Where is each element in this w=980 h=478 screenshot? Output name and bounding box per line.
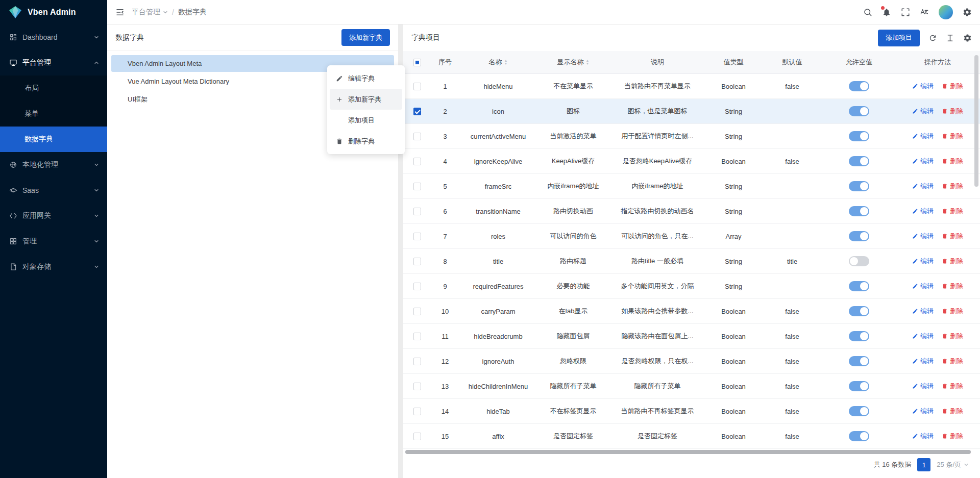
column-settings-gear-icon[interactable] [963, 34, 972, 42]
context-menu-item[interactable]: 删除字典 [330, 131, 402, 152]
edit-button[interactable]: 编辑 [912, 307, 934, 316]
edit-button[interactable]: 编辑 [912, 182, 934, 191]
column-header-display-name[interactable]: 显示名称 ▲▼ [537, 58, 609, 67]
row-checkbox[interactable] [413, 108, 421, 115]
delete-button[interactable]: 删除 [942, 282, 963, 291]
row-checkbox[interactable] [413, 383, 421, 390]
row-checkbox[interactable] [413, 308, 421, 315]
select-all-checkbox[interactable] [413, 59, 421, 66]
allow-null-toggle[interactable] [849, 431, 869, 441]
row-checkbox[interactable] [413, 408, 421, 415]
edit-button[interactable]: 编辑 [912, 332, 934, 341]
allow-null-toggle[interactable] [849, 331, 869, 341]
theme-settings-gear-icon[interactable] [963, 8, 972, 17]
sidebar-item-saas[interactable]: Saas [0, 178, 107, 203]
delete-button[interactable]: 删除 [942, 257, 963, 266]
language-translate-icon[interactable] [920, 8, 929, 17]
search-icon[interactable] [863, 8, 872, 17]
delete-button[interactable]: 删除 [942, 357, 963, 366]
row-checkbox[interactable] [413, 183, 421, 190]
row-checkbox[interactable] [413, 208, 421, 215]
sidebar-subitem[interactable]: 布局 [0, 76, 107, 101]
edit-button[interactable]: 编辑 [912, 382, 934, 391]
add-item-button[interactable]: 添加项目 [878, 30, 920, 46]
delete-button[interactable]: 删除 [942, 132, 963, 141]
page-size-select[interactable]: 25 条/页 [937, 460, 969, 469]
sidebar-subitem[interactable]: 数据字典 [0, 127, 107, 152]
delete-button[interactable]: 删除 [942, 207, 963, 216]
sidebar-subitem[interactable]: 菜单 [0, 101, 107, 127]
app-logo[interactable]: Vben Admin [0, 0, 107, 24]
allow-null-toggle[interactable] [849, 356, 869, 366]
row-checkbox[interactable] [413, 433, 421, 440]
row-checkbox[interactable] [413, 283, 421, 290]
refresh-icon[interactable] [928, 34, 937, 42]
allow-null-toggle[interactable] [849, 256, 869, 266]
row-height-icon[interactable] [946, 34, 954, 42]
cell-default: false [762, 333, 823, 340]
notification-bell-icon[interactable] [882, 8, 891, 17]
edit-button[interactable]: 编辑 [912, 107, 934, 116]
delete-button[interactable]: 删除 [942, 232, 963, 241]
delete-button[interactable]: 删除 [942, 332, 963, 341]
delete-button[interactable]: 删除 [942, 407, 963, 416]
edit-button[interactable]: 编辑 [912, 432, 934, 441]
row-checkbox[interactable] [413, 233, 421, 240]
delete-button[interactable]: 删除 [942, 307, 963, 316]
horizontal-scrollbar[interactable] [405, 450, 971, 454]
context-menu-item[interactable]: 添加新字典 [330, 89, 402, 110]
allow-null-toggle[interactable] [849, 81, 869, 91]
sidebar-item-localization[interactable]: 本地化管理 [0, 152, 107, 178]
delete-button[interactable]: 删除 [942, 432, 963, 441]
allow-null-toggle[interactable] [849, 181, 869, 191]
row-checkbox[interactable] [413, 333, 421, 340]
edit-button[interactable]: 编辑 [912, 157, 934, 166]
edit-button[interactable]: 编辑 [912, 82, 934, 91]
delete-button[interactable]: 删除 [942, 382, 963, 391]
allow-null-toggle[interactable] [849, 206, 869, 216]
edit-button[interactable]: 编辑 [912, 132, 934, 141]
allow-null-toggle[interactable] [849, 131, 869, 141]
delete-button[interactable]: 删除 [942, 82, 963, 91]
breadcrumb-current[interactable]: 数据字典 [178, 8, 207, 17]
allow-null-toggle[interactable] [849, 231, 869, 241]
row-checkbox[interactable] [413, 358, 421, 365]
trash-icon [942, 358, 948, 364]
delete-button[interactable]: 删除 [942, 107, 963, 116]
page-1-button[interactable]: 1 [917, 458, 930, 471]
allow-null-toggle[interactable] [849, 381, 869, 391]
allow-null-toggle[interactable] [849, 406, 869, 416]
edit-button[interactable]: 编辑 [912, 407, 934, 416]
context-menu-item[interactable]: 编辑字典 [330, 68, 402, 89]
vertical-scrollbar[interactable] [974, 55, 978, 187]
trash-icon [942, 183, 948, 189]
edit-button[interactable]: 编辑 [912, 282, 934, 291]
delete-button[interactable]: 删除 [942, 182, 963, 191]
sidebar-item-platform-management[interactable]: 平台管理 [0, 50, 107, 76]
row-checkbox[interactable] [413, 83, 421, 90]
sidebar-item-object-storage[interactable]: 对象存储 [0, 254, 107, 280]
sidebar-item-management[interactable]: 管理 [0, 229, 107, 254]
allow-null-toggle[interactable] [849, 106, 869, 116]
edit-button[interactable]: 编辑 [912, 232, 934, 241]
add-dictionary-button[interactable]: 添加新字典 [341, 29, 390, 46]
sidebar-item-dashboard[interactable]: Dashboard [0, 24, 107, 50]
allow-null-toggle[interactable] [849, 281, 869, 291]
row-checkbox[interactable] [413, 133, 421, 140]
allow-null-toggle[interactable] [849, 306, 869, 316]
edit-button[interactable]: 编辑 [912, 207, 934, 216]
cell-display-name: 图标 [537, 107, 609, 116]
avatar[interactable] [939, 5, 953, 19]
edit-button[interactable]: 编辑 [912, 257, 934, 266]
fullscreen-icon[interactable] [901, 8, 910, 17]
allow-null-toggle[interactable] [849, 156, 869, 166]
context-menu-item[interactable]: 添加项目 [330, 110, 402, 131]
menu-fold-icon[interactable] [115, 8, 125, 17]
row-checkbox[interactable] [413, 258, 421, 265]
edit-button[interactable]: 编辑 [912, 357, 934, 366]
delete-button[interactable]: 删除 [942, 157, 963, 166]
sidebar-item-app-gateway[interactable]: 应用网关 [0, 203, 107, 229]
row-checkbox[interactable] [413, 158, 421, 165]
column-header-name[interactable]: 名称 ▲▼ [459, 58, 537, 67]
breadcrumb-section[interactable]: 平台管理 [132, 8, 168, 17]
